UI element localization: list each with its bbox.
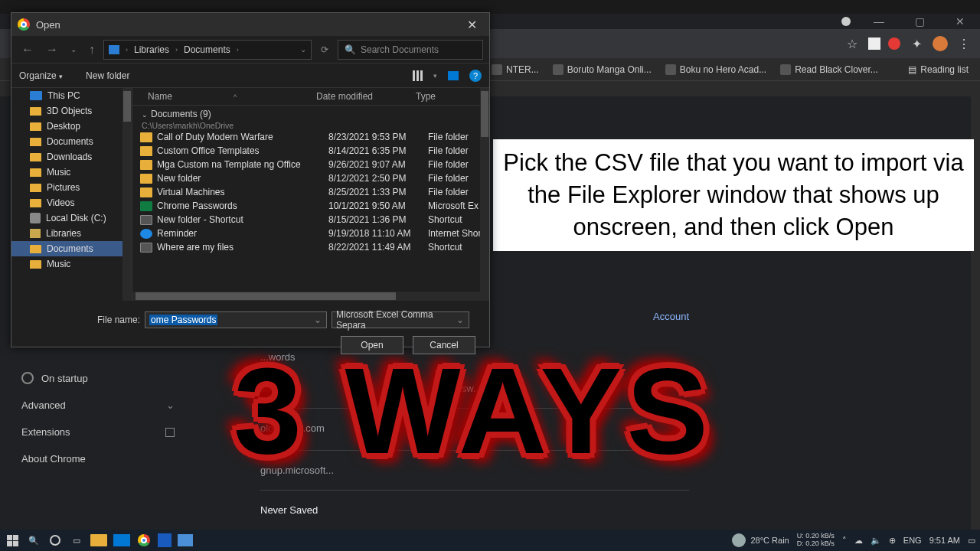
tree-label: Documents (47, 136, 93, 147)
notifications-icon[interactable]: ▭ (968, 536, 975, 546)
explorer-icon[interactable] (90, 534, 107, 546)
file-row[interactable]: New folder - Shortcut8/15/2021 1:36 PMSh… (132, 213, 489, 227)
recent-dropdown[interactable]: ⌄ (67, 44, 80, 55)
crumb-libraries[interactable]: Libraries (134, 44, 169, 55)
up-button[interactable]: ↑ (85, 41, 99, 58)
file-name: Reminder (157, 228, 328, 239)
chrome-taskbar-icon[interactable] (136, 533, 152, 548)
file-row[interactable]: Where are my files8/22/2021 11:49 AMShor… (132, 240, 489, 254)
extensions-puzzle-icon[interactable]: ✦ (908, 35, 925, 52)
start-button[interactable] (5, 533, 20, 548)
weather-widget[interactable]: 28°C Rain (732, 533, 789, 547)
col-date[interactable]: Date modified (316, 91, 416, 102)
refresh-button[interactable]: ⟳ (316, 44, 333, 55)
file-name: Virtual Machines (157, 187, 328, 197)
tree-item[interactable]: 3D Objects (11, 103, 132, 119)
fold-icon (30, 260, 41, 269)
file-row[interactable]: Virtual Machines8/25/2021 1:33 PMFile fo… (132, 185, 489, 199)
search-input[interactable]: 🔍 Search Documents (338, 40, 483, 60)
app-icon[interactable] (178, 534, 193, 546)
wifi-icon[interactable]: ⊕ (889, 536, 896, 546)
search-button[interactable]: 🔍 (26, 533, 41, 548)
account-dot-icon[interactable] (841, 17, 851, 26)
file-row[interactable]: Custom Office Templates8/14/2021 6:35 PM… (132, 144, 489, 158)
new-folder-button[interactable]: New folder (86, 70, 129, 81)
tree-item[interactable]: Pictures (11, 180, 132, 195)
close-icon[interactable]: ✕ (461, 16, 483, 34)
sidebar-item-advanced[interactable]: Advanced⌄ (21, 392, 175, 419)
forward-button[interactable]: → (42, 41, 62, 58)
file-row[interactable]: Chrome Passwords10/1/2021 9:50 AMMicroso… (132, 199, 489, 213)
word-icon[interactable] (158, 533, 172, 547)
dialog-footer: File name: ome Passwords ⌄ Microsoft Exc… (11, 301, 489, 360)
files-scrollbar[interactable] (480, 88, 489, 301)
close-button[interactable]: ✕ (948, 14, 972, 29)
horizontal-scrollbar[interactable] (132, 292, 480, 301)
file-type-filter[interactable]: Microsoft Excel Comma Separa ⌄ (332, 311, 469, 328)
sidebar-item-about[interactable]: About Chrome (21, 445, 175, 472)
avatar[interactable] (933, 36, 948, 51)
dialog-body: This PC3D ObjectsDesktopDocumentsDownloa… (11, 88, 489, 301)
clock[interactable]: 9:51 AM (929, 536, 960, 545)
file-name-input[interactable]: ome Passwords ⌄ (145, 311, 327, 328)
language-indicator[interactable]: ENG (903, 536, 922, 545)
reading-list-button[interactable]: ▤Reading list (908, 64, 969, 75)
cloud-icon[interactable]: ☁ (854, 536, 863, 546)
cancel-button[interactable]: Cancel (413, 336, 475, 354)
tree-item[interactable]: This PC (11, 88, 132, 103)
bookmark-item[interactable]: NTER... (492, 64, 539, 75)
speaker-icon[interactable]: 🔈 (871, 536, 881, 546)
tree-item[interactable]: Desktop (11, 119, 132, 134)
tree-label: Local Disk (C:) (46, 213, 106, 223)
file-name: Chrome Passwords (157, 201, 328, 211)
task-view-button[interactable]: ▭ (69, 533, 84, 548)
tree-label: Documents (47, 243, 93, 254)
tree-item[interactable]: Music (11, 165, 132, 180)
chrome-menu-icon[interactable]: ⋮ (956, 35, 972, 52)
col-type[interactable]: Type (416, 91, 482, 102)
col-name[interactable]: Name^ (140, 91, 316, 102)
file-row[interactable]: Call of Duty Modern Warfare8/23/2021 9:5… (132, 130, 489, 144)
breadcrumb[interactable]: › Libraries › Documents › ⌄ (103, 40, 312, 60)
sidebar-item-extensions[interactable]: Extensions (21, 419, 175, 445)
sidebar-item-startup[interactable]: On startup (21, 364, 175, 392)
tree-item[interactable]: Videos (11, 195, 132, 210)
bookmark-item[interactable]: Boruto Manga Onli... (553, 64, 652, 75)
back-button[interactable]: ← (18, 41, 38, 58)
maximize-button[interactable]: ▢ (907, 14, 933, 29)
bookmark-item[interactable]: Read Black Clover... (780, 64, 878, 75)
preview-pane-button[interactable] (448, 71, 459, 80)
tree-item[interactable]: Downloads (11, 149, 132, 165)
bookmark-item[interactable]: Boku no Hero Acad... (665, 64, 766, 75)
tree-item[interactable]: Documents (11, 134, 132, 149)
chevron-down-icon[interactable]: ⌄ (313, 315, 322, 325)
file-icon (140, 243, 152, 253)
open-button[interactable]: Open (341, 336, 403, 354)
file-date: 8/23/2021 9:53 PM (328, 132, 428, 142)
file-type: Internet Shor (428, 228, 482, 239)
file-row[interactable]: New folder8/12/2021 2:50 PMFile folder (132, 171, 489, 185)
tree-item[interactable]: Libraries (11, 226, 132, 241)
extension-red-icon[interactable] (888, 37, 900, 50)
view-button[interactable] (413, 70, 423, 81)
minimize-button[interactable]: — (866, 14, 892, 29)
tray-up-icon[interactable]: ˄ (842, 536, 847, 546)
tree-item[interactable]: Documents (11, 241, 132, 256)
pc-icon (30, 91, 42, 100)
help-icon[interactable]: ? (469, 70, 482, 82)
crumb-documents[interactable]: Documents (184, 44, 230, 55)
star-icon[interactable]: ☆ (844, 35, 861, 52)
tree-label: Downloads (47, 152, 92, 162)
organize-button[interactable]: Organize ▾ (19, 70, 63, 81)
crumb-dropdown-icon[interactable]: ⌄ (300, 45, 306, 54)
tree-scrollbar[interactable] (122, 88, 132, 301)
file-group[interactable]: ⌄Documents (9) (132, 106, 489, 121)
chevron-down-icon[interactable]: ▾ (433, 72, 437, 80)
tree-item[interactable]: Music (11, 256, 132, 272)
mail-icon[interactable] (113, 534, 130, 546)
tree-item[interactable]: Local Disk (C:) (11, 210, 132, 226)
extension-icon[interactable] (868, 37, 880, 50)
file-row[interactable]: Reminder9/19/2018 11:10 AMInternet Shor (132, 227, 489, 240)
file-row[interactable]: Mga Custom na Template ng Office9/26/202… (132, 158, 489, 171)
cortana-button[interactable] (47, 533, 63, 548)
